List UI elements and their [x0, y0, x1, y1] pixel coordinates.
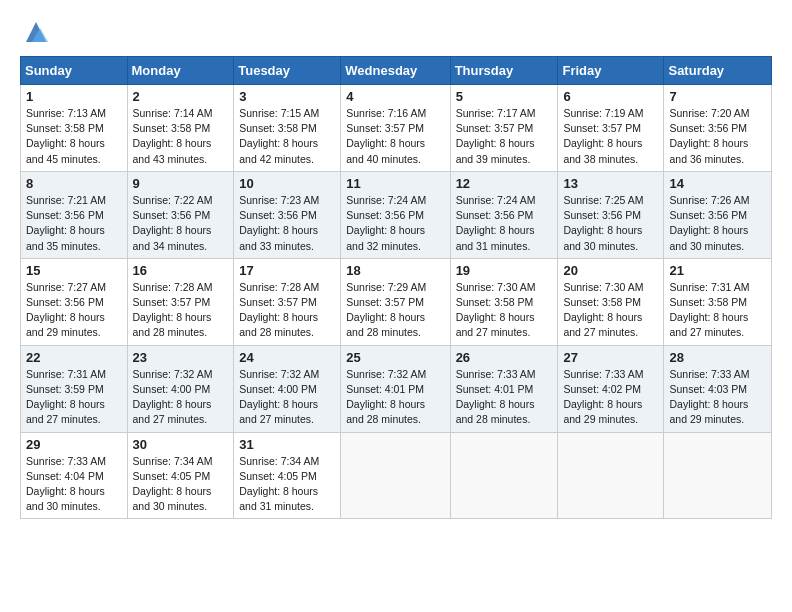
calendar-week-row: 15Sunrise: 7:27 AMSunset: 3:56 PMDayligh… — [21, 258, 772, 345]
day-info: Sunrise: 7:22 AMSunset: 3:56 PMDaylight:… — [133, 194, 213, 252]
day-number: 29 — [26, 437, 122, 452]
table-row — [341, 432, 450, 519]
day-number: 27 — [563, 350, 658, 365]
day-info: Sunrise: 7:28 AMSunset: 3:57 PMDaylight:… — [133, 281, 213, 339]
day-info: Sunrise: 7:34 AMSunset: 4:05 PMDaylight:… — [239, 455, 319, 513]
day-info: Sunrise: 7:17 AMSunset: 3:57 PMDaylight:… — [456, 107, 536, 165]
table-row: 27Sunrise: 7:33 AMSunset: 4:02 PMDayligh… — [558, 345, 664, 432]
table-row: 5Sunrise: 7:17 AMSunset: 3:57 PMDaylight… — [450, 85, 558, 172]
day-number: 21 — [669, 263, 766, 278]
table-row: 25Sunrise: 7:32 AMSunset: 4:01 PMDayligh… — [341, 345, 450, 432]
table-row: 15Sunrise: 7:27 AMSunset: 3:56 PMDayligh… — [21, 258, 128, 345]
day-number: 7 — [669, 89, 766, 104]
day-info: Sunrise: 7:25 AMSunset: 3:56 PMDaylight:… — [563, 194, 643, 252]
table-row: 22Sunrise: 7:31 AMSunset: 3:59 PMDayligh… — [21, 345, 128, 432]
col-saturday: Saturday — [664, 57, 772, 85]
table-row: 14Sunrise: 7:26 AMSunset: 3:56 PMDayligh… — [664, 171, 772, 258]
day-info: Sunrise: 7:33 AMSunset: 4:04 PMDaylight:… — [26, 455, 106, 513]
col-friday: Friday — [558, 57, 664, 85]
table-row: 17Sunrise: 7:28 AMSunset: 3:57 PMDayligh… — [234, 258, 341, 345]
day-number: 23 — [133, 350, 229, 365]
calendar-page: Sunday Monday Tuesday Wednesday Thursday… — [0, 0, 792, 612]
table-row: 8Sunrise: 7:21 AMSunset: 3:56 PMDaylight… — [21, 171, 128, 258]
calendar-week-row: 1Sunrise: 7:13 AMSunset: 3:58 PMDaylight… — [21, 85, 772, 172]
calendar-table: Sunday Monday Tuesday Wednesday Thursday… — [20, 56, 772, 519]
day-info: Sunrise: 7:31 AMSunset: 3:59 PMDaylight:… — [26, 368, 106, 426]
day-number: 3 — [239, 89, 335, 104]
day-info: Sunrise: 7:13 AMSunset: 3:58 PMDaylight:… — [26, 107, 106, 165]
table-row: 11Sunrise: 7:24 AMSunset: 3:56 PMDayligh… — [341, 171, 450, 258]
day-info: Sunrise: 7:29 AMSunset: 3:57 PMDaylight:… — [346, 281, 426, 339]
day-number: 14 — [669, 176, 766, 191]
day-number: 4 — [346, 89, 444, 104]
table-row: 4Sunrise: 7:16 AMSunset: 3:57 PMDaylight… — [341, 85, 450, 172]
day-info: Sunrise: 7:30 AMSunset: 3:58 PMDaylight:… — [563, 281, 643, 339]
day-number: 1 — [26, 89, 122, 104]
col-wednesday: Wednesday — [341, 57, 450, 85]
day-number: 9 — [133, 176, 229, 191]
day-info: Sunrise: 7:34 AMSunset: 4:05 PMDaylight:… — [133, 455, 213, 513]
table-row: 12Sunrise: 7:24 AMSunset: 3:56 PMDayligh… — [450, 171, 558, 258]
day-info: Sunrise: 7:14 AMSunset: 3:58 PMDaylight:… — [133, 107, 213, 165]
day-info: Sunrise: 7:33 AMSunset: 4:02 PMDaylight:… — [563, 368, 643, 426]
logo-icon — [22, 18, 50, 46]
table-row: 21Sunrise: 7:31 AMSunset: 3:58 PMDayligh… — [664, 258, 772, 345]
table-row: 31Sunrise: 7:34 AMSunset: 4:05 PMDayligh… — [234, 432, 341, 519]
table-row: 1Sunrise: 7:13 AMSunset: 3:58 PMDaylight… — [21, 85, 128, 172]
day-number: 30 — [133, 437, 229, 452]
day-info: Sunrise: 7:23 AMSunset: 3:56 PMDaylight:… — [239, 194, 319, 252]
col-monday: Monday — [127, 57, 234, 85]
day-info: Sunrise: 7:21 AMSunset: 3:56 PMDaylight:… — [26, 194, 106, 252]
day-number: 31 — [239, 437, 335, 452]
day-info: Sunrise: 7:32 AMSunset: 4:01 PMDaylight:… — [346, 368, 426, 426]
day-number: 6 — [563, 89, 658, 104]
day-number: 26 — [456, 350, 553, 365]
logo — [20, 18, 50, 46]
day-info: Sunrise: 7:20 AMSunset: 3:56 PMDaylight:… — [669, 107, 749, 165]
day-number: 19 — [456, 263, 553, 278]
day-number: 18 — [346, 263, 444, 278]
day-info: Sunrise: 7:27 AMSunset: 3:56 PMDaylight:… — [26, 281, 106, 339]
table-row: 29Sunrise: 7:33 AMSunset: 4:04 PMDayligh… — [21, 432, 128, 519]
day-info: Sunrise: 7:24 AMSunset: 3:56 PMDaylight:… — [346, 194, 426, 252]
day-number: 13 — [563, 176, 658, 191]
table-row: 28Sunrise: 7:33 AMSunset: 4:03 PMDayligh… — [664, 345, 772, 432]
day-number: 12 — [456, 176, 553, 191]
day-info: Sunrise: 7:24 AMSunset: 3:56 PMDaylight:… — [456, 194, 536, 252]
calendar-header-row: Sunday Monday Tuesday Wednesday Thursday… — [21, 57, 772, 85]
col-sunday: Sunday — [21, 57, 128, 85]
table-row — [664, 432, 772, 519]
table-row: 2Sunrise: 7:14 AMSunset: 3:58 PMDaylight… — [127, 85, 234, 172]
day-info: Sunrise: 7:32 AMSunset: 4:00 PMDaylight:… — [133, 368, 213, 426]
calendar-week-row: 29Sunrise: 7:33 AMSunset: 4:04 PMDayligh… — [21, 432, 772, 519]
table-row — [450, 432, 558, 519]
col-thursday: Thursday — [450, 57, 558, 85]
day-number: 17 — [239, 263, 335, 278]
day-number: 11 — [346, 176, 444, 191]
table-row: 16Sunrise: 7:28 AMSunset: 3:57 PMDayligh… — [127, 258, 234, 345]
day-info: Sunrise: 7:16 AMSunset: 3:57 PMDaylight:… — [346, 107, 426, 165]
day-info: Sunrise: 7:30 AMSunset: 3:58 PMDaylight:… — [456, 281, 536, 339]
day-info: Sunrise: 7:31 AMSunset: 3:58 PMDaylight:… — [669, 281, 749, 339]
calendar-week-row: 8Sunrise: 7:21 AMSunset: 3:56 PMDaylight… — [21, 171, 772, 258]
day-info: Sunrise: 7:19 AMSunset: 3:57 PMDaylight:… — [563, 107, 643, 165]
table-row: 3Sunrise: 7:15 AMSunset: 3:58 PMDaylight… — [234, 85, 341, 172]
day-info: Sunrise: 7:15 AMSunset: 3:58 PMDaylight:… — [239, 107, 319, 165]
day-info: Sunrise: 7:26 AMSunset: 3:56 PMDaylight:… — [669, 194, 749, 252]
day-number: 16 — [133, 263, 229, 278]
day-info: Sunrise: 7:33 AMSunset: 4:01 PMDaylight:… — [456, 368, 536, 426]
day-number: 15 — [26, 263, 122, 278]
page-header — [20, 18, 772, 46]
table-row: 7Sunrise: 7:20 AMSunset: 3:56 PMDaylight… — [664, 85, 772, 172]
day-info: Sunrise: 7:28 AMSunset: 3:57 PMDaylight:… — [239, 281, 319, 339]
day-number: 2 — [133, 89, 229, 104]
table-row: 19Sunrise: 7:30 AMSunset: 3:58 PMDayligh… — [450, 258, 558, 345]
day-number: 5 — [456, 89, 553, 104]
table-row: 30Sunrise: 7:34 AMSunset: 4:05 PMDayligh… — [127, 432, 234, 519]
table-row: 9Sunrise: 7:22 AMSunset: 3:56 PMDaylight… — [127, 171, 234, 258]
table-row: 20Sunrise: 7:30 AMSunset: 3:58 PMDayligh… — [558, 258, 664, 345]
table-row: 26Sunrise: 7:33 AMSunset: 4:01 PMDayligh… — [450, 345, 558, 432]
day-number: 28 — [669, 350, 766, 365]
day-number: 25 — [346, 350, 444, 365]
table-row: 18Sunrise: 7:29 AMSunset: 3:57 PMDayligh… — [341, 258, 450, 345]
